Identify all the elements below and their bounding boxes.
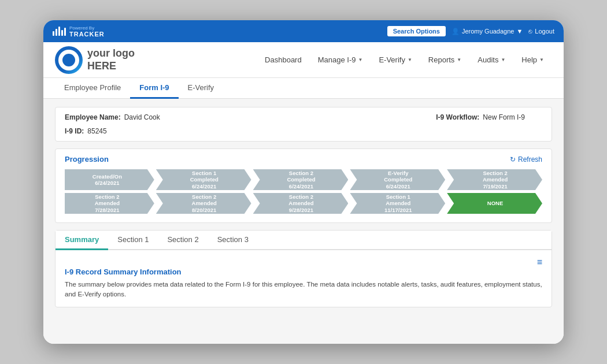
tab-everify[interactable]: E-Verify: [179, 78, 224, 99]
i9-id-label: I-9 ID:: [65, 127, 84, 135]
section-tab-1[interactable]: Section 1: [108, 231, 158, 250]
step-s2-amended-2: Section 2 Amended 7/28/2021: [65, 193, 154, 214]
logout-label: Logout: [535, 28, 554, 35]
reports-caret: ▼: [457, 57, 461, 62]
employee-name-value: David Cook: [124, 113, 160, 121]
form-body: Employee Name: David Cook I-9 Workflow: …: [43, 99, 564, 344]
logo-text: your logo HERE: [87, 47, 135, 72]
step-everify-completed: E-Verify Completed 6/24/2021: [350, 169, 445, 190]
section-tabs: Summary Section 1 Section 2 Section 3: [55, 231, 552, 250]
step-s2-amended-4: Section 2 Amended 9/28/2021: [253, 193, 349, 214]
summary-content: ≡ I-9 Record Summary Information The sum…: [55, 250, 552, 307]
summary-heading: I-9 Record Summary Information: [65, 268, 542, 276]
top-nav-bar: Powered By TRACKER Search Options 👤 Jero…: [43, 20, 564, 42]
refresh-label: Refresh: [518, 155, 542, 164]
step-s1-amended: Section 1 Amended 11/17/2021: [350, 193, 445, 214]
employee-info-bar: Employee Name: David Cook I-9 Workflow: …: [55, 107, 552, 142]
step-s2-amended-3: Section 2 Amended 8/20/2021: [156, 193, 251, 214]
logo-line1: your logo: [87, 47, 135, 60]
everify-caret: ▼: [408, 57, 412, 62]
nav-reports[interactable]: Reports ▼: [420, 51, 469, 69]
tracker-text: TRACKER: [69, 31, 105, 38]
hamburger-menu-icon[interactable]: ≡: [537, 257, 542, 268]
step-none: NONE: [447, 193, 542, 214]
device-frame: Powered By TRACKER Search Options 👤 Jero…: [43, 20, 564, 344]
help-caret: ▼: [539, 57, 544, 62]
logout-button[interactable]: ⎋ Logout: [528, 28, 554, 35]
page-tabs: Employee Profile Form I-9 E-Verify: [43, 78, 564, 99]
user-menu[interactable]: 👤 Jeromy Guadagne ▼: [451, 28, 523, 35]
progression-title: Progression: [65, 155, 109, 164]
workflow-label: I-9 Workflow:: [436, 113, 479, 121]
summary-text: The summary below provides meta data rel…: [65, 280, 542, 300]
nav-everify[interactable]: E-Verify ▼: [371, 51, 420, 69]
progression-header: Progression ↻ Refresh: [65, 155, 542, 164]
page-tabs-wrapper: Employee Profile Form I-9 E-Verify: [43, 78, 564, 99]
employee-name-label: Employee Name:: [65, 113, 121, 121]
user-icon: 👤: [451, 28, 460, 35]
logo-area: your logo HERE: [55, 46, 135, 74]
section-tab-2[interactable]: Section 2: [158, 231, 208, 250]
step-created-line2: 6/24/2021: [92, 180, 122, 186]
i9-id-value: 85245: [87, 127, 106, 135]
nav-dashboard[interactable]: Dashboard: [257, 51, 310, 69]
search-options-button[interactable]: Search Options: [387, 26, 446, 36]
section-area: Summary Section 1 Section 2 Section 3 ≡ …: [55, 230, 552, 307]
tab-employee-profile[interactable]: Employee Profile: [55, 78, 130, 99]
user-name: Jeromy Guadagne: [462, 28, 515, 35]
workflow-value: New Form I-9: [483, 113, 525, 121]
step-created-line1: Created/On: [92, 173, 122, 180]
step-created: Created/On 6/24/2021: [65, 169, 154, 190]
i9-workflow-field: I-9 Workflow: New Form I-9: [436, 113, 525, 121]
logout-icon: ⎋: [528, 28, 532, 35]
step-s1-completed: Section 1 Completed 6/24/2021: [156, 169, 251, 190]
manage-i9-caret: ▼: [358, 57, 362, 62]
progression-box: Progression ↻ Refresh Created/On 6/24/20…: [55, 148, 552, 223]
refresh-icon: ↻: [510, 155, 516, 164]
section-tab-3[interactable]: Section 3: [208, 231, 258, 250]
nav-audits[interactable]: Audits ▼: [469, 51, 513, 69]
powered-by-text: Powered By: [69, 25, 105, 31]
user-caret-icon: ▼: [516, 28, 523, 35]
progression-row-2: Section 2 Amended 7/28/2021 Section 2 Am…: [65, 193, 542, 214]
tracker-bars-icon: [53, 27, 66, 36]
main-nav: your logo HERE Dashboard Manage I-9 ▼ E-…: [43, 42, 564, 78]
tracker-logo: Powered By TRACKER: [53, 25, 105, 38]
section-tab-summary[interactable]: Summary: [55, 231, 108, 250]
tab-form-i9[interactable]: Form I-9: [130, 78, 178, 99]
audits-caret: ▼: [501, 57, 505, 62]
nav-manage-i9[interactable]: Manage I-9 ▼: [310, 51, 371, 69]
step-s2-amended-1: Section 2 Amended 7/19/2021: [447, 169, 542, 190]
progression-row-1: Created/On 6/24/2021 Section 1 Completed…: [65, 169, 542, 190]
nav-help[interactable]: Help ▼: [513, 51, 552, 69]
step-s2-completed: Section 2 Completed 6/24/2021: [253, 169, 349, 190]
refresh-button[interactable]: ↻ Refresh: [510, 155, 542, 164]
logo-line2: HERE: [87, 60, 135, 73]
company-logo: [55, 46, 83, 74]
main-nav-links: Dashboard Manage I-9 ▼ E-Verify ▼ Report…: [152, 51, 552, 69]
employee-name-field: Employee Name: David Cook: [65, 113, 160, 121]
top-nav-right: Search Options 👤 Jeromy Guadagne ▼ ⎋ Log…: [387, 26, 554, 36]
